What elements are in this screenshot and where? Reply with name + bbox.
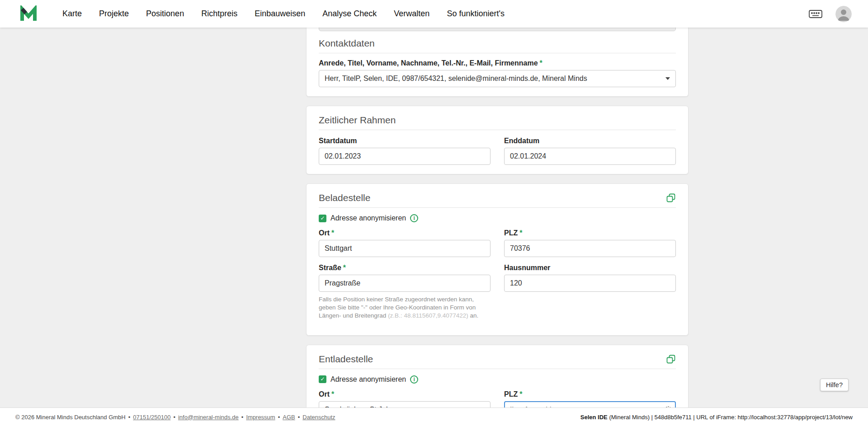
strasse-input[interactable]	[319, 275, 491, 292]
helper-coords: (z.B.: 48.8115607,9.4077422)	[388, 312, 468, 319]
helper-suffix: an.	[468, 312, 479, 319]
separator: •	[241, 414, 244, 421]
contact-select[interactable]: Herr, TitelP, Selen, IDE, 0987/654321, s…	[319, 70, 676, 87]
hausnummer-input[interactable]	[504, 275, 676, 292]
divider	[319, 369, 676, 369]
nav-item-richtpreis[interactable]: Richtpreis	[201, 9, 237, 19]
contact-field: Anrede, Titel, Vorname, Nachname, Tel.-N…	[319, 59, 676, 87]
phone-link[interactable]: 07151/250100	[133, 414, 170, 421]
contact-select-label-text: Anrede, Titel, Vorname, Nachname, Tel.-N…	[319, 59, 538, 67]
plz-label: PLZ*	[504, 390, 676, 398]
user-avatar[interactable]	[835, 6, 852, 22]
timeframe-card-title: Zeitlicher Rahmen	[319, 114, 676, 126]
contact-select-label: Anrede, Titel, Vorname, Nachname, Tel.-N…	[319, 59, 676, 67]
agb-link[interactable]: AGB	[283, 414, 295, 421]
hausnummer-label: Hausnummer	[504, 263, 676, 272]
enddatum-label: Enddatum	[504, 136, 676, 145]
ort-label-text: Ort	[319, 229, 330, 237]
mineral-minds-logo[interactable]	[20, 5, 40, 23]
nav-item-positionen[interactable]: Positionen	[146, 9, 184, 19]
startdatum-field: Startdatum	[319, 136, 491, 165]
main-nav: Karte Projekte Positionen Richtpreis Ein…	[62, 9, 505, 19]
ort-field-beladestelle: Ort*	[319, 229, 491, 257]
anonymize-label: Adresse anonymisieren	[330, 214, 406, 222]
top-navbar: Karte Projekte Positionen Richtpreis Ein…	[0, 0, 868, 28]
copyright-text: © 2026 Mineral Minds Deutschland GmbH	[15, 414, 126, 421]
enddatum-input[interactable]	[504, 148, 676, 165]
separator: •	[278, 414, 280, 421]
datenschutz-link[interactable]: Datenschutz	[302, 414, 335, 421]
timeframe-card: Zeitlicher Rahmen Startdatum Enddatum	[306, 106, 689, 174]
beladestelle-card: Beladestelle ✓ Adresse anonymisieren i O…	[306, 183, 689, 336]
hausnummer-field: Hausnummer	[504, 263, 676, 326]
divider	[319, 53, 676, 53]
email-link[interactable]: info@mineral-minds.de	[178, 414, 239, 421]
footer-left: © 2026 Mineral Minds Deutschland GmbH • …	[15, 414, 335, 421]
strasse-label: Straße*	[319, 263, 491, 272]
required-asterisk: *	[331, 229, 334, 237]
strasse-field: Straße* Falls die Position keiner Straße…	[319, 263, 491, 326]
strasse-helper-text: Falls die Position keiner Straße zugeord…	[319, 295, 491, 320]
form-content: Kontaktdaten Anrede, Titel, Vorname, Nac…	[306, 0, 689, 426]
required-asterisk: *	[519, 229, 522, 237]
ort-label: Ort*	[319, 229, 491, 237]
info-glyph: i	[414, 376, 415, 383]
startdatum-input[interactable]	[319, 148, 491, 165]
required-asterisk: *	[540, 59, 542, 67]
required-asterisk: *	[343, 264, 346, 272]
enddatum-field: Enddatum	[504, 136, 676, 165]
footer: © 2026 Mineral Minds Deutschland GmbH • …	[0, 407, 868, 426]
ort-label: Ort*	[319, 390, 491, 398]
separator: •	[173, 414, 175, 421]
plz-field-beladestelle: PLZ*	[504, 229, 676, 257]
nav-item-einbauweisen[interactable]: Einbauweisen	[255, 9, 305, 19]
plz-label: PLZ*	[504, 229, 676, 237]
plz-label-text: PLZ	[504, 229, 518, 237]
info-glyph: i	[414, 215, 415, 221]
info-icon[interactable]: i	[410, 214, 418, 222]
anonymize-checkbox[interactable]: ✓	[319, 215, 326, 222]
nav-item-verwalten[interactable]: Verwalten	[394, 9, 429, 19]
check-icon: ✓	[320, 375, 325, 383]
ort-input-beladestelle[interactable]	[319, 240, 491, 257]
contact-card-title: Kontaktdaten	[319, 37, 676, 49]
separator: •	[298, 414, 300, 421]
chevron-down-icon	[665, 77, 670, 80]
startdatum-label: Startdatum	[319, 136, 491, 145]
nav-item-so-funktionierts[interactable]: So funktioniert's	[447, 9, 505, 19]
plz-input-beladestelle[interactable]	[504, 240, 676, 257]
entladestelle-card-title: Entladestelle	[319, 353, 373, 365]
beladestelle-card-title: Beladestelle	[319, 192, 370, 204]
required-asterisk: *	[519, 390, 522, 398]
terminal-icon[interactable]	[808, 8, 823, 20]
plz-label-text: PLZ	[504, 390, 518, 398]
nav-item-karte[interactable]: Karte	[62, 9, 82, 19]
copy-icon[interactable]	[666, 354, 676, 364]
ort-label-text: Ort	[319, 390, 330, 398]
anonymize-label: Adresse anonymisieren	[330, 375, 406, 384]
impressum-link[interactable]: Impressum	[246, 414, 275, 421]
info-icon[interactable]: i	[410, 375, 418, 384]
nav-item-analyse-check[interactable]: Analyse Check	[322, 9, 377, 19]
check-icon: ✓	[320, 215, 325, 222]
required-asterisk: *	[331, 390, 334, 398]
help-button[interactable]: Hilfe?	[820, 379, 849, 391]
nav-item-projekte[interactable]: Projekte	[99, 9, 129, 19]
separator: •	[128, 414, 131, 421]
navbar-right	[808, 6, 852, 22]
footer-info-bold: Selen IDE	[580, 414, 608, 421]
footer-info: Selen IDE (Mineral Minds) | 548d8b5fe711…	[580, 414, 853, 421]
divider	[319, 207, 676, 208]
footer-info-rest: (Mineral Minds) | 548d8b5fe711 | URL of …	[608, 414, 853, 421]
anonymize-checkbox[interactable]: ✓	[319, 375, 326, 383]
contact-select-value: Herr, TitelP, Selen, IDE, 0987/654321, s…	[325, 75, 587, 83]
copy-icon[interactable]	[666, 193, 676, 203]
strasse-label-text: Straße	[319, 264, 341, 272]
divider	[319, 130, 676, 130]
